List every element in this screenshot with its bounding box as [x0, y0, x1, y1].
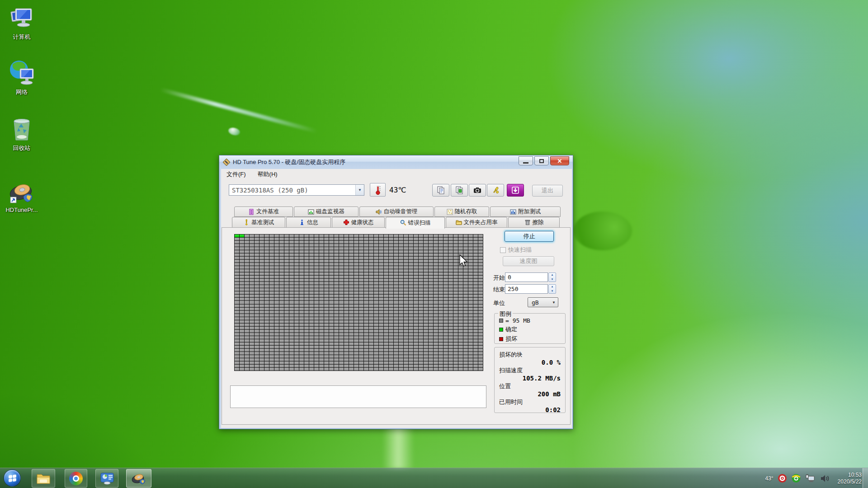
scan-block-pending	[369, 339, 373, 342]
taskbar-browser-button[interactable]	[65, 469, 87, 488]
taskbar-hdtune-button[interactable]	[126, 469, 151, 488]
camera-button[interactable]	[469, 184, 486, 197]
desktop-icon-network[interactable]: 网络	[3, 59, 41, 96]
desktop-icon-hdtune[interactable]: HDTunePr...	[3, 179, 41, 213]
window-titlebar[interactable]: HD Tune Pro 5.70 - 硬盘/固态硬盘实用程序 ✕	[219, 155, 573, 169]
show-desktop-button[interactable]	[863, 468, 868, 488]
close-button[interactable]: ✕	[550, 156, 569, 165]
scan-block-pending	[424, 301, 428, 304]
scan-block-pending	[354, 308, 359, 310]
scan-block-pending	[374, 253, 378, 256]
tab-error-scan[interactable]: 错误扫描	[386, 217, 445, 229]
stop-button[interactable]: 停止	[505, 231, 554, 242]
scan-block-pending	[354, 285, 359, 288]
start-button[interactable]	[4, 469, 21, 487]
tab-disk-monitor[interactable]: 磁盘监视器	[294, 206, 359, 217]
tab-info[interactable]: 信息	[286, 217, 331, 228]
scan-block-pending	[424, 269, 428, 272]
scan-block-pending	[250, 355, 254, 358]
end-spinner[interactable]: ▲▼	[548, 284, 556, 294]
unit-select[interactable]: gB ▼	[528, 297, 558, 307]
start-spinner[interactable]: ▲▼	[548, 272, 556, 282]
tab-folder-usage[interactable]: 文件夹占用率	[446, 217, 507, 228]
scan-block-pending	[404, 308, 408, 310]
scan-block-pending	[284, 330, 289, 333]
scan-block-pending	[374, 343, 378, 345]
scan-block-pending	[384, 263, 388, 266]
taskbar-pc-manager-button[interactable]	[95, 469, 118, 488]
scan-block-pending	[349, 272, 354, 275]
scan-block-pending	[274, 349, 279, 352]
scan-block-pending	[424, 352, 428, 355]
menu-file[interactable]: 文件(F)	[225, 169, 248, 179]
menu-help[interactable]: 帮助(H)	[256, 169, 279, 179]
scan-block-pending	[314, 235, 319, 237]
tray-antivirus-icon[interactable]	[791, 474, 801, 483]
taskbar-explorer-button[interactable]	[32, 469, 55, 488]
scan-block-pending	[473, 327, 478, 329]
scan-block-pending	[468, 247, 473, 250]
scan-block-pending	[344, 244, 349, 247]
tab-random-access[interactable]: 随机存取	[434, 206, 489, 217]
tab-benchmark[interactable]: 基准测试	[232, 217, 285, 228]
scan-block-pending	[329, 241, 334, 244]
scan-block-pending	[324, 314, 329, 317]
tools-button[interactable]	[487, 184, 504, 197]
scan-block-pending	[458, 244, 463, 247]
scan-block-pending	[279, 282, 284, 285]
drive-select[interactable]: ST3250318AS (250 gB) ▼	[229, 184, 364, 196]
speed-map-button[interactable]: 速度图	[503, 256, 554, 266]
tab-erase[interactable]: 擦除	[508, 217, 560, 228]
desktop-icon-recycle-bin[interactable]: 回收站	[3, 116, 41, 152]
spinner-up-icon[interactable]: ▲	[549, 273, 556, 277]
spinner-down-icon[interactable]: ▼	[549, 277, 556, 282]
scan-block-pending	[463, 361, 468, 364]
tab-aam[interactable]: 自动噪音管理	[359, 206, 434, 217]
scan-block-pending	[389, 247, 393, 250]
scan-block-pending	[339, 257, 344, 259]
minimize-button[interactable]	[519, 156, 533, 165]
volume-tray-icon[interactable]	[820, 474, 831, 483]
copy-image-button[interactable]	[451, 184, 468, 197]
scan-block-pending	[473, 339, 478, 342]
scan-block-pending	[309, 272, 314, 275]
desktop-icon-computer[interactable]: 计算机	[3, 6, 41, 41]
spinner-up-icon[interactable]: ▲	[549, 285, 556, 289]
scan-block-pending	[463, 352, 468, 355]
scan-block-pending	[414, 368, 418, 371]
tray-record-icon[interactable]	[778, 474, 787, 483]
scan-block-pending	[439, 330, 443, 333]
tab-health[interactable]: 健康状态	[332, 217, 385, 228]
quick-scan-checkbox[interactable]	[500, 247, 506, 253]
scan-block-pending	[473, 308, 478, 310]
scan-block-pending	[478, 320, 483, 323]
scan-block-pending	[279, 298, 284, 300]
maximize-button[interactable]	[534, 156, 549, 165]
scan-block-pending	[324, 336, 329, 339]
desktop-icon-label: 回收站	[3, 144, 41, 152]
scan-block-pending	[314, 241, 319, 244]
tab-file-benchmark[interactable]: 文件基准	[234, 206, 293, 217]
scan-block-pending	[294, 355, 299, 358]
scan-block-pending	[374, 250, 378, 253]
temperature-button[interactable]	[370, 183, 386, 197]
tab-extra-tests[interactable]: 附加测试	[490, 206, 561, 217]
scan-block-pending	[448, 269, 453, 272]
scan-block-pending	[329, 257, 334, 259]
scan-block-pending	[463, 339, 468, 342]
scan-block-pending	[389, 282, 393, 285]
network-tray-icon[interactable]	[805, 474, 816, 483]
exit-button[interactable]: 退出	[532, 185, 563, 197]
scan-block-pending	[439, 244, 443, 247]
download-button[interactable]	[507, 184, 524, 197]
scan-block-pending	[379, 314, 383, 317]
copy-text-button[interactable]	[432, 184, 449, 197]
scan-block-pending	[453, 282, 458, 285]
spinner-down-icon[interactable]: ▼	[549, 289, 556, 294]
scan-block-pending	[429, 266, 433, 269]
tray-clock[interactable]: 10:53 2020/5/22	[838, 472, 862, 485]
scan-block-pending	[294, 288, 299, 291]
end-input[interactable]: 250	[505, 284, 548, 294]
scan-block-pending	[359, 358, 363, 361]
start-input[interactable]: 0	[505, 272, 548, 282]
